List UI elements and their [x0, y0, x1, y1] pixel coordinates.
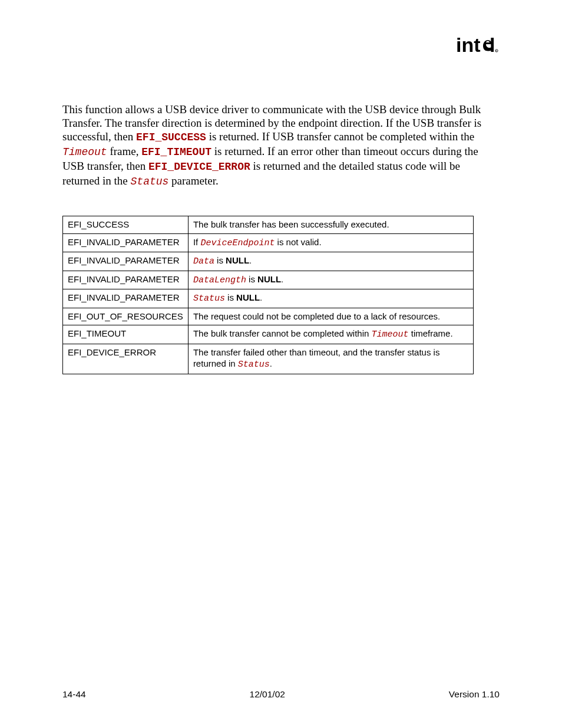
status-code-cell: EFI_INVALID_PARAMETER: [63, 233, 189, 252]
status-desc-cell: The bulk transfer has been successfully …: [188, 216, 473, 234]
svg-text:int: int: [456, 34, 481, 56]
status-code-cell: EFI_DEVICE_ERROR: [63, 344, 189, 374]
status-desc-cell: The bulk transfer cannot be completed wi…: [188, 325, 473, 344]
footer-date: 12/01/02: [250, 689, 285, 700]
status-codes-table: EFI_SUCCESS The bulk transfer has been s…: [62, 216, 474, 374]
status-code-cell: EFI_TIMEOUT: [63, 325, 189, 344]
param-name: Data: [193, 256, 214, 266]
code-status: Status: [131, 176, 169, 187]
footer-page-number: 14-44: [62, 689, 86, 700]
status-desc-cell: Data is NULL.: [188, 252, 473, 271]
text-segment: frame,: [107, 145, 142, 157]
text-segment: .: [260, 292, 262, 302]
param-name: DataLength: [193, 275, 246, 285]
table-row: EFI_INVALID_PARAMETER Status is NULL.: [63, 289, 474, 308]
status-code-cell: EFI_INVALID_PARAMETER: [63, 252, 189, 271]
status-desc-cell: DataLength is NULL.: [188, 271, 473, 289]
svg-text:l: l: [490, 34, 495, 56]
text-segment: is returned. If USB transfer cannot be c…: [206, 130, 474, 143]
code-efi-success: EFI_SUCCESS: [136, 131, 206, 143]
param-name: Status: [238, 360, 270, 370]
logo-container: int l R: [62, 34, 500, 59]
status-desc-cell: The transfer failed other than timeout, …: [188, 344, 473, 374]
text-segment: is: [225, 292, 236, 302]
text-segment: .: [270, 358, 272, 368]
status-code-cell: EFI_INVALID_PARAMETER: [63, 289, 189, 308]
table-row: EFI_DEVICE_ERROR The transfer failed oth…: [63, 344, 474, 374]
text-segment: timeframe.: [409, 328, 453, 338]
text-segment: If: [193, 237, 201, 247]
table-row: EFI_SUCCESS The bulk transfer has been s…: [63, 216, 474, 234]
status-code-cell: EFI_SUCCESS: [63, 216, 189, 234]
status-code-cell: EFI_INVALID_PARAMETER: [63, 271, 189, 289]
param-name: Timeout: [372, 330, 409, 340]
param-name: DeviceEndpoint: [200, 238, 275, 248]
page-content: int l R This function allows a USB devic…: [0, 0, 562, 374]
text-segment: .: [249, 255, 252, 265]
table-row: EFI_OUT_OF_RESOURCES The request could n…: [63, 308, 474, 325]
text-segment: is not valid.: [275, 237, 321, 247]
description-paragraph: This function allows a USB device driver…: [62, 103, 500, 189]
text-segment: parameter.: [168, 174, 218, 187]
status-desc-cell: The request could not be completed due t…: [188, 308, 473, 325]
footer-version: Version 1.10: [449, 689, 500, 700]
null-literal: NULL: [236, 292, 260, 302]
text-segment: .: [281, 274, 283, 284]
page-footer: 14-44 12/01/02 Version 1.10: [62, 689, 500, 700]
table-row: EFI_TIMEOUT The bulk transfer cannot be …: [63, 325, 474, 344]
table-row: EFI_INVALID_PARAMETER If DeviceEndpoint …: [63, 233, 474, 252]
code-efi-device-error: EFI_DEVICE_ERROR: [148, 161, 250, 173]
table-row: EFI_INVALID_PARAMETER Data is NULL.: [63, 252, 474, 271]
null-literal: NULL: [226, 255, 249, 265]
intel-logo-icon: int l R: [456, 34, 500, 59]
text-segment: The transfer failed other than timeout, …: [193, 347, 440, 369]
param-name: Status: [193, 294, 225, 304]
status-desc-cell: Status is NULL.: [188, 289, 473, 308]
text-segment: is: [246, 274, 257, 284]
status-desc-cell: If DeviceEndpoint is not valid.: [188, 233, 473, 252]
text-segment: The bulk transfer cannot be completed wi…: [193, 328, 372, 338]
code-efi-timeout: EFI_TIMEOUT: [141, 146, 211, 158]
table-row: EFI_INVALID_PARAMETER DataLength is NULL…: [63, 271, 474, 289]
null-literal: NULL: [257, 274, 281, 284]
text-segment: is: [214, 255, 226, 265]
status-code-cell: EFI_OUT_OF_RESOURCES: [63, 308, 189, 325]
code-timeout: Timeout: [62, 146, 107, 158]
